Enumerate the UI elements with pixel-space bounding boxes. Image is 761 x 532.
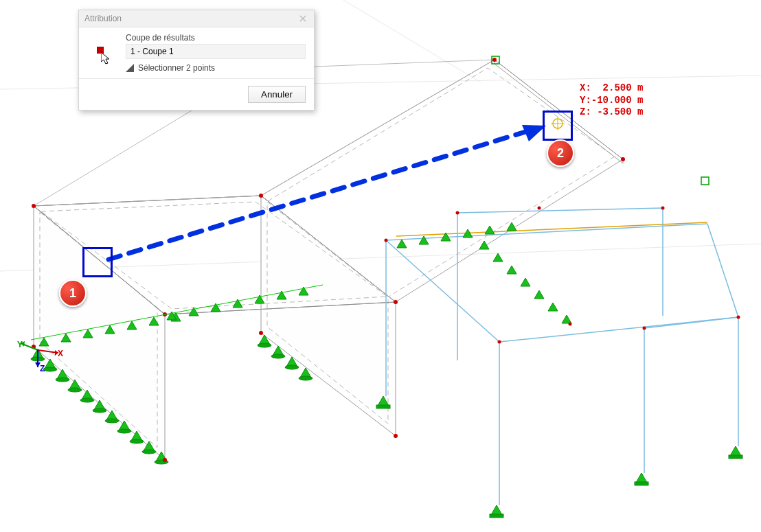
svg-point-33 — [80, 398, 94, 402]
svg-rect-40 — [376, 405, 390, 408]
svg-point-36 — [117, 429, 131, 433]
triangle-icon — [126, 64, 134, 72]
svg-point-46 — [285, 365, 299, 369]
svg-point-55 — [394, 434, 398, 438]
svg-point-65 — [569, 323, 572, 326]
marker-1: 1 — [59, 279, 87, 307]
svg-point-35 — [105, 419, 119, 423]
svg-point-47 — [299, 376, 313, 380]
section-field-label: Coupe de résultats — [126, 33, 306, 43]
svg-point-44 — [258, 343, 271, 347]
svg-line-16 — [396, 222, 707, 236]
svg-line-26 — [644, 317, 738, 328]
svg-line-23 — [386, 224, 707, 240]
dialog-close-button[interactable] — [297, 13, 308, 24]
svg-point-53 — [163, 458, 167, 462]
svg-rect-15 — [701, 177, 709, 185]
svg-marker-4 — [261, 196, 396, 436]
svg-rect-43 — [729, 455, 742, 459]
svg-point-57 — [621, 157, 625, 161]
svg-point-50 — [259, 194, 263, 198]
close-icon — [299, 15, 306, 22]
svg-rect-42 — [635, 482, 648, 485]
svg-point-48 — [32, 204, 36, 208]
section-select[interactable]: 1 - Coupe 1 — [126, 44, 306, 59]
cancel-button[interactable]: Annuler — [248, 86, 306, 103]
svg-point-62 — [456, 211, 459, 215]
svg-point-37 — [130, 439, 144, 443]
svg-point-64 — [538, 207, 541, 210]
svg-rect-41 — [490, 514, 503, 518]
section-arrow — [109, 125, 546, 259]
svg-point-59 — [498, 340, 501, 344]
svg-point-58 — [385, 239, 388, 242]
attribution-dialog: Attribution Coupe de résultats 1 - Coupe… — [78, 10, 315, 111]
pick-mode-icon — [87, 33, 117, 74]
svg-point-30 — [43, 367, 57, 371]
cursor-coordinates: X: 2.500 m Y:-10.000 m Z: -3.500 m — [580, 82, 643, 119]
svg-point-32 — [68, 388, 82, 392]
svg-point-63 — [661, 207, 665, 210]
marker-2: 2 — [547, 139, 574, 167]
pick-box-1 — [82, 247, 113, 277]
axis-z-label: Z — [40, 364, 45, 373]
svg-point-38 — [142, 450, 156, 454]
svg-point-56 — [492, 58, 497, 62]
svg-point-51 — [394, 300, 398, 304]
svg-point-54 — [259, 331, 263, 335]
svg-point-31 — [56, 378, 69, 382]
svg-marker-81 — [126, 64, 134, 72]
svg-line-1 — [343, 0, 481, 82]
svg-line-24 — [457, 208, 663, 213]
svg-line-76 — [109, 129, 534, 259]
svg-point-45 — [271, 354, 285, 358]
svg-line-28 — [707, 224, 738, 317]
svg-point-34 — [93, 408, 106, 413]
svg-point-61 — [737, 316, 740, 319]
svg-point-60 — [643, 327, 646, 330]
svg-marker-3 — [34, 206, 165, 460]
dialog-title: Attribution — [84, 14, 122, 23]
axis-y-label: Y — [17, 340, 23, 349]
axis-x-label: X — [58, 349, 63, 358]
hint-text: Sélectionner 2 points — [138, 63, 215, 73]
svg-marker-80 — [101, 52, 109, 64]
pick-box-2 — [543, 111, 573, 141]
